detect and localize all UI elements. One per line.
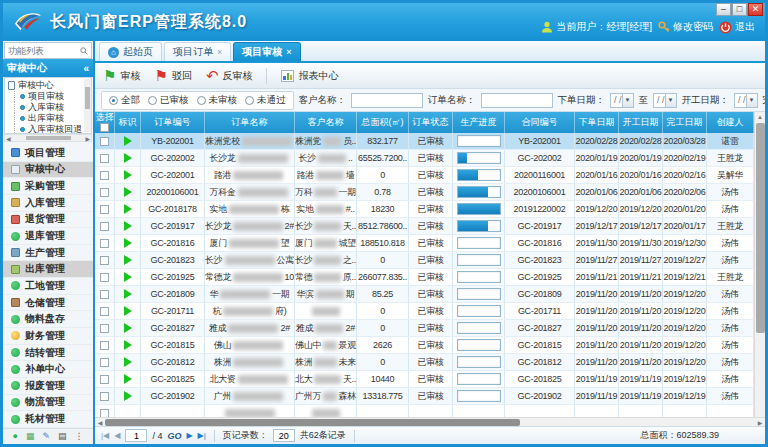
- row-checkbox[interactable]: [100, 375, 109, 384]
- column-header-3[interactable]: 订单名称: [205, 112, 295, 133]
- select-all-checkbox[interactable]: [100, 123, 109, 132]
- book-icon[interactable]: ▤: [58, 432, 67, 441]
- table-row[interactable]: GC-201823长沙公寓长沙之..0已审核GC-2018232019/11/2…: [95, 252, 754, 269]
- row-checkbox[interactable]: [100, 307, 109, 316]
- sidebar-item-工地管理[interactable]: 工地管理: [3, 278, 93, 295]
- table-row[interactable]: GC-201902广州广州万森林13318.775已审核GC-201902201…: [95, 388, 754, 405]
- tab-project-review[interactable]: 项目审核 ×: [233, 42, 300, 61]
- status-radio-全部[interactable]: 全部: [109, 94, 140, 107]
- column-header-1[interactable]: 标识: [115, 112, 141, 133]
- row-checkbox[interactable]: [100, 324, 109, 333]
- row-checkbox[interactable]: [100, 222, 109, 231]
- table-row[interactable]: 20200106001万科金万科一期0.78已审核202001060012020…: [95, 184, 754, 201]
- start-date-input[interactable]: / /▼: [734, 93, 758, 108]
- scroll-right-icon[interactable]: ▶: [755, 419, 765, 426]
- row-checkbox[interactable]: [100, 154, 109, 163]
- horizontal-scrollbar[interactable]: ◀ ▶: [95, 417, 765, 426]
- table-row[interactable]: GC-201917长沙龙2#长沙天..8512.78600..已审核GC-201…: [95, 218, 754, 235]
- row-checkbox[interactable]: [100, 256, 109, 265]
- 报表中心-button[interactable]: 报表中心: [281, 69, 338, 83]
- first-page-button[interactable]: |◀: [101, 431, 109, 440]
- sidebar-item-补单中心[interactable]: 补单中心: [3, 361, 93, 378]
- order-name-input[interactable]: [481, 93, 553, 108]
- function-search-input[interactable]: [8, 46, 68, 56]
- column-header-6[interactable]: 订单状态: [409, 112, 453, 133]
- tree-node[interactable]: 入库审核回退: [8, 124, 91, 134]
- edit-icon[interactable]: ✎: [42, 432, 50, 441]
- row-checkbox[interactable]: [100, 188, 109, 197]
- table-row[interactable]: GC-201809华一期华滨期85.25已审核GC-2018092019/11/…: [95, 286, 754, 303]
- row-checkbox[interactable]: [100, 273, 109, 282]
- 反审核-button[interactable]: ↶反审核: [206, 68, 253, 83]
- sidebar-item-物流管理[interactable]: 物流管理: [3, 395, 93, 412]
- collapse-icon[interactable]: «: [83, 63, 89, 74]
- row-checkbox[interactable]: [100, 341, 109, 350]
- column-header-12[interactable]: 创建人: [707, 112, 754, 133]
- column-header-9[interactable]: 下单日期: [575, 112, 619, 133]
- table-row[interactable]: GC-201925常德龙10常德原..266077.835..已审核GC-201…: [95, 269, 754, 286]
- sidebar-item-仓储管理[interactable]: 仓储管理: [3, 295, 93, 312]
- table-row[interactable]: [95, 405, 754, 417]
- table-row[interactable]: GC-201812株洲株洲未来0已审核GC-2018122019/11/2020…: [95, 354, 754, 371]
- column-header-10[interactable]: 开工日期: [619, 112, 663, 133]
- scroll-left-icon[interactable]: ◀: [95, 419, 105, 426]
- 驳回-button[interactable]: ⚑驳回: [154, 68, 191, 83]
- scroll-up-icon[interactable]: ▲: [757, 112, 763, 122]
- table-row[interactable]: GC-201815佛山佛山中景观2626已审核GC-2018152019/11/…: [95, 337, 754, 354]
- scroll-right-icon[interactable]: ▶: [85, 135, 90, 142]
- tree-hscrollbar[interactable]: ◀ ▶: [4, 134, 92, 142]
- close-tab-icon[interactable]: ×: [286, 47, 291, 57]
- tree-scrollbar[interactable]: [84, 79, 91, 132]
- table-row[interactable]: YB-202001株洲党校株洲党员..832.177已审核YB-20200120…: [95, 133, 754, 150]
- sidebar-item-入库管理[interactable]: 入库管理: [3, 195, 93, 212]
- column-header-0[interactable]: 选择: [95, 112, 115, 133]
- last-page-button[interactable]: ▶|: [198, 431, 206, 440]
- sidebar-item-耗材管理[interactable]: 耗材管理: [3, 411, 93, 428]
- table-row[interactable]: GC-2018178实地栋实地#..18230已审核20191220002201…: [95, 201, 754, 218]
- next-page-button[interactable]: ▶: [186, 431, 192, 440]
- logout-button[interactable]: 退出: [719, 20, 755, 34]
- vertical-scrollbar[interactable]: ▲: [754, 112, 765, 417]
- row-checkbox[interactable]: [100, 358, 109, 367]
- status-radio-未通过[interactable]: 未通过: [245, 94, 286, 107]
- vscroll-thumb[interactable]: [756, 123, 765, 333]
- row-checkbox[interactable]: [100, 137, 109, 146]
- column-header-4[interactable]: 客户名称: [295, 112, 357, 133]
- sidebar-item-物料盘存[interactable]: 物料盘存: [3, 311, 93, 328]
- tab-project-orders[interactable]: 项目订单 ×: [164, 42, 231, 61]
- table-row[interactable]: GC-201827雅成2#雅成2#0已审核GC-2018272019/11/20…: [95, 320, 754, 337]
- minimize-button[interactable]: –: [716, 3, 731, 16]
- sidebar-item-结转管理[interactable]: 结转管理: [3, 345, 93, 362]
- sidebar-item-出库管理[interactable]: 出库管理: [3, 261, 93, 278]
- row-checkbox[interactable]: [100, 392, 109, 401]
- table-row[interactable]: GC-202001路港路港墙0已审核202001160012020/01/162…: [95, 167, 754, 184]
- status-radio-未审核[interactable]: 未审核: [197, 94, 238, 107]
- dropdown-icon[interactable]: ▼: [622, 94, 633, 107]
- sidebar-item-退货管理[interactable]: 退货管理: [3, 212, 93, 229]
- row-checkbox[interactable]: [100, 290, 109, 299]
- page-number-input[interactable]: [125, 429, 147, 442]
- close-button[interactable]: ✕: [748, 3, 763, 16]
- more-icon[interactable]: ⋮: [75, 432, 84, 441]
- change-password-button[interactable]: 修改密码: [658, 20, 713, 34]
- sidebar-item-退库管理[interactable]: 退库管理: [3, 228, 93, 245]
- row-checkbox[interactable]: [100, 409, 109, 418]
- row-checkbox[interactable]: [100, 205, 109, 214]
- sidebar-item-采购管理[interactable]: 采购管理: [3, 178, 93, 195]
- sidebar-item-项目管理[interactable]: 项目管理: [3, 145, 93, 162]
- sidebar-item-审核中心[interactable]: 审核中心: [3, 162, 93, 179]
- column-header-2[interactable]: 订单编号: [141, 112, 205, 133]
- maximize-button[interactable]: □: [732, 3, 747, 16]
- row-checkbox[interactable]: [100, 171, 109, 180]
- tab-home[interactable]: ⌂ 起始页: [99, 42, 162, 61]
- scroll-left-icon[interactable]: ◀: [6, 135, 11, 142]
- table-row[interactable]: GC-201825北大资北大天..10440已审核GC-2018252019/1…: [95, 371, 754, 388]
- cart-icon[interactable]: ▦: [26, 432, 35, 441]
- sidebar-item-生产管理[interactable]: 生产管理: [3, 245, 93, 262]
- order-date-from-input[interactable]: / /▼: [610, 93, 634, 108]
- go-button[interactable]: GO: [167, 431, 181, 441]
- dropdown-icon[interactable]: ▼: [665, 94, 676, 107]
- close-tab-icon[interactable]: ×: [217, 47, 222, 57]
- table-row[interactable]: GC-202002长沙龙长沙..65525.7200..已审核GC-202002…: [95, 150, 754, 167]
- row-checkbox[interactable]: [100, 239, 109, 248]
